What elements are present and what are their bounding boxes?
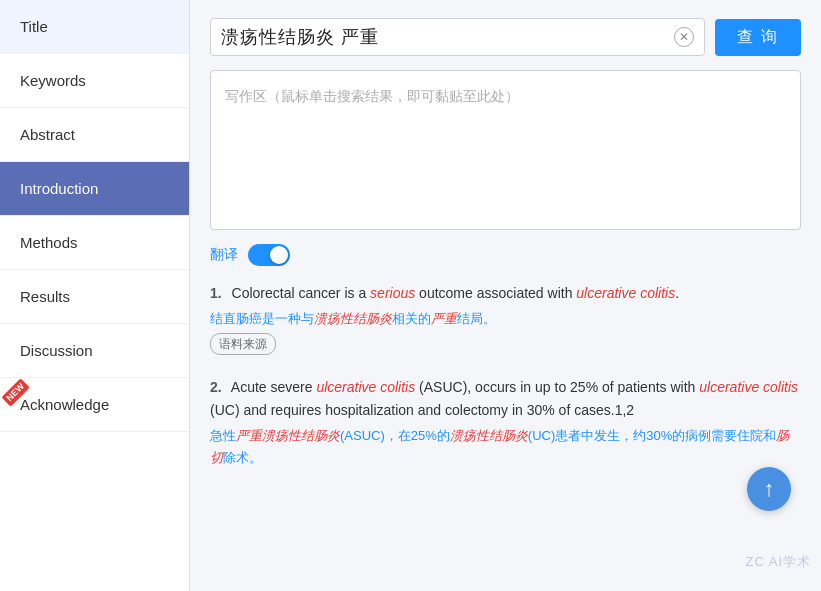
sidebar-item-label: Methods [20,234,78,251]
sidebar-item-methods[interactable]: Methods [0,216,189,270]
search-input-wrapper: 溃疡性结肠炎 严重 ✕ [210,18,705,56]
translate-row: 翻译 [210,244,801,266]
search-button[interactable]: 查 询 [715,19,801,56]
corpus-tag[interactable]: 语料来源 [210,333,276,355]
translate-label: 翻译 [210,246,238,264]
writing-area-placeholder: 写作区（鼠标单击搜索结果，即可黏贴至此处） [225,88,519,104]
sidebar-item-abstract[interactable]: Abstract [0,108,189,162]
sidebar-item-discussion[interactable]: Discussion [0,324,189,378]
sidebar-item-acknowledge[interactable]: NEWAcknowledge [0,378,189,432]
sidebar-item-title[interactable]: Title [0,0,189,54]
sidebar-item-keywords[interactable]: Keywords [0,54,189,108]
translate-toggle[interactable] [248,244,290,266]
sidebar: TitleKeywordsAbstractIntroductionMethods… [0,0,190,591]
result-number: 1. [210,285,222,301]
result-chinese-1: 结直肠癌是一种与溃疡性结肠炎相关的严重结局。 [210,308,801,330]
result-item-1[interactable]: 1. Colorectal cancer is a serious outcom… [210,282,801,356]
results-list: 1. Colorectal cancer is a serious outcom… [210,282,801,469]
sidebar-item-label: Discussion [20,342,93,359]
sidebar-item-label: Title [20,18,48,35]
writing-area[interactable]: 写作区（鼠标单击搜索结果，即可黏贴至此处） [210,70,801,230]
scroll-up-button[interactable]: ↑ [747,467,791,511]
main-content: 溃疡性结肠炎 严重 ✕ 查 询 写作区（鼠标单击搜索结果，即可黏贴至此处） 翻译… [190,0,821,591]
sidebar-item-label: Results [20,288,70,305]
sidebar-item-results[interactable]: Results [0,270,189,324]
result-english-1: 1. Colorectal cancer is a serious outcom… [210,282,801,306]
sidebar-item-introduction[interactable]: Introduction [0,162,189,216]
sidebar-item-label: Introduction [20,180,98,197]
clear-button[interactable]: ✕ [674,27,694,47]
sidebar-item-label: Keywords [20,72,86,89]
search-query-text: 溃疡性结肠炎 严重 [221,25,674,49]
result-item-2[interactable]: 2. Acute severe ulcerative colitis (ASUC… [210,376,801,470]
search-bar: 溃疡性结肠炎 严重 ✕ 查 询 [210,18,801,56]
result-english-2: 2. Acute severe ulcerative colitis (ASUC… [210,376,801,424]
sidebar-item-label: Abstract [20,126,75,143]
result-number: 2. [210,379,222,395]
sidebar-item-label: Acknowledge [20,396,109,413]
result-chinese-2: 急性严重溃疡性结肠炎(ASUC)，在25%的溃疡性结肠炎(UC)患者中发生，约3… [210,425,801,469]
